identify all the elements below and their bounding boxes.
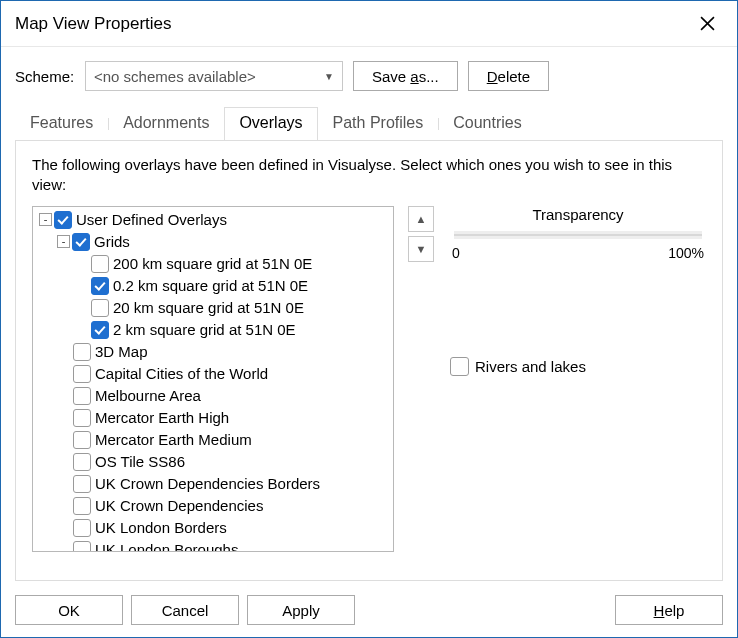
- tree-node-label: OS Tile SS86: [95, 453, 185, 470]
- title-bar: Map View Properties: [1, 1, 737, 47]
- scheme-select[interactable]: <no schemes available> ▼: [85, 61, 343, 91]
- tree-node[interactable]: 20 km square grid at 51N 0E: [37, 297, 393, 319]
- tree-node-label: 3D Map: [95, 343, 148, 360]
- ok-button[interactable]: OK: [15, 595, 123, 625]
- cancel-button[interactable]: Cancel: [131, 595, 239, 625]
- tree-node[interactable]: Capital Cities of the World: [37, 363, 393, 385]
- delete-button[interactable]: Delete: [468, 61, 549, 91]
- tree-node[interactable]: 3D Map: [37, 341, 393, 363]
- tab-bar: FeaturesAdornmentsOverlaysPath ProfilesC…: [15, 103, 723, 141]
- tab-adornments[interactable]: Adornments: [108, 107, 224, 141]
- window-title: Map View Properties: [15, 14, 695, 34]
- tree-checkbox[interactable]: [73, 343, 91, 361]
- close-icon: [700, 16, 715, 31]
- tree-node[interactable]: 200 km square grid at 51N 0E: [37, 253, 393, 275]
- move-down-button[interactable]: ▼: [408, 236, 434, 262]
- tree-node-label: UK Crown Dependencies Borders: [95, 475, 320, 492]
- tree-checkbox[interactable]: [73, 431, 91, 449]
- tree-node[interactable]: OS Tile SS86: [37, 451, 393, 473]
- tree-node[interactable]: UK London Boroughs: [37, 539, 393, 552]
- tree-checkbox[interactable]: [91, 255, 109, 273]
- tree-checkbox[interactable]: [73, 365, 91, 383]
- scheme-row: Scheme: <no schemes available> ▼ Save as…: [15, 61, 723, 91]
- tree-node-label: UK London Boroughs: [95, 541, 238, 552]
- scheme-value: <no schemes available>: [94, 68, 256, 85]
- tree-checkbox[interactable]: [91, 277, 109, 295]
- move-up-button[interactable]: ▲: [408, 206, 434, 232]
- tree-checkbox[interactable]: [73, 409, 91, 427]
- tree-node-label: 0.2 km square grid at 51N 0E: [113, 277, 308, 294]
- tab-overlays[interactable]: Overlays: [224, 107, 317, 141]
- tab-countries[interactable]: Countries: [438, 107, 536, 141]
- apply-button[interactable]: Apply: [247, 595, 355, 625]
- tab-path-profiles[interactable]: Path Profiles: [318, 107, 439, 141]
- overlays-tree[interactable]: -User Defined Overlays-Grids200 km squar…: [32, 206, 394, 552]
- tree-node-label: Capital Cities of the World: [95, 365, 268, 382]
- rivers-label: Rivers and lakes: [475, 358, 586, 375]
- tree-node-label: Melbourne Area: [95, 387, 201, 404]
- scheme-label: Scheme:: [15, 68, 75, 85]
- transparency-label: Transparency: [450, 206, 706, 223]
- tree-checkbox[interactable]: [54, 211, 72, 229]
- tree-checkbox[interactable]: [73, 387, 91, 405]
- tree-node-label: Mercator Earth Medium: [95, 431, 252, 448]
- tree-checkbox[interactable]: [91, 299, 109, 317]
- tree-node-label: 200 km square grid at 51N 0E: [113, 255, 312, 272]
- map-view-properties-dialog: Map View Properties Scheme: <no schemes …: [0, 0, 738, 638]
- tree-checkbox[interactable]: [73, 453, 91, 471]
- tree-node[interactable]: -Grids: [37, 231, 393, 253]
- rivers-checkbox[interactable]: [450, 357, 469, 376]
- dialog-footer: OK Cancel Apply Help: [1, 591, 737, 637]
- tree-node[interactable]: Mercator Earth High: [37, 407, 393, 429]
- tree-node-label: UK Crown Dependencies: [95, 497, 263, 514]
- tree-checkbox[interactable]: [91, 321, 109, 339]
- tree-node[interactable]: UK London Borders: [37, 517, 393, 539]
- tree-checkbox[interactable]: [73, 541, 91, 552]
- tree-node-label: Mercator Earth High: [95, 409, 229, 426]
- close-button[interactable]: [695, 12, 719, 36]
- tree-node[interactable]: 0.2 km square grid at 51N 0E: [37, 275, 393, 297]
- tree-node[interactable]: Melbourne Area: [37, 385, 393, 407]
- tab-features[interactable]: Features: [15, 107, 108, 141]
- tree-node-label: User Defined Overlays: [76, 211, 227, 228]
- overlays-description: The following overlays have been defined…: [32, 155, 706, 196]
- overlays-pane: The following overlays have been defined…: [15, 140, 723, 581]
- tree-node[interactable]: Mercator Earth Medium: [37, 429, 393, 451]
- tree-node[interactable]: UK Crown Dependencies Borders: [37, 473, 393, 495]
- chevron-down-icon: ▼: [324, 71, 334, 82]
- collapse-icon[interactable]: -: [57, 235, 70, 248]
- tree-node-label: UK London Borders: [95, 519, 227, 536]
- tree-node-label: 20 km square grid at 51N 0E: [113, 299, 304, 316]
- collapse-icon[interactable]: -: [39, 213, 52, 226]
- tree-node[interactable]: 2 km square grid at 51N 0E: [37, 319, 393, 341]
- tree-node-label: Grids: [94, 233, 130, 250]
- tree-checkbox[interactable]: [73, 497, 91, 515]
- transparency-max: 100%: [668, 245, 704, 261]
- tree-node[interactable]: -User Defined Overlays: [37, 209, 393, 231]
- tree-checkbox[interactable]: [73, 519, 91, 537]
- tree-checkbox[interactable]: [72, 233, 90, 251]
- transparency-slider[interactable]: [454, 231, 702, 239]
- help-button[interactable]: Help: [615, 595, 723, 625]
- save-as-button[interactable]: Save as...: [353, 61, 458, 91]
- transparency-min: 0: [452, 245, 460, 261]
- tree-node-label: 2 km square grid at 51N 0E: [113, 321, 296, 338]
- tree-checkbox[interactable]: [73, 475, 91, 493]
- tree-node[interactable]: UK Crown Dependencies: [37, 495, 393, 517]
